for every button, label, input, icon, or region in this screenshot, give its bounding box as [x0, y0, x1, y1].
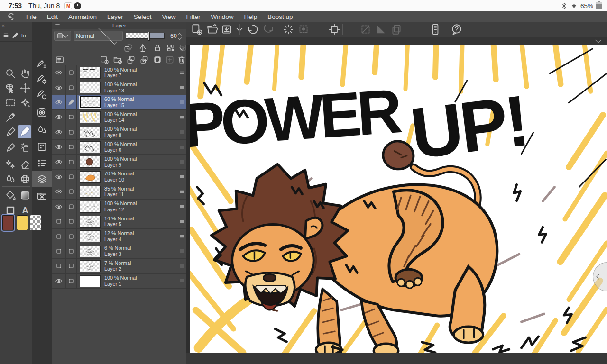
menu-filter[interactable]: Filter	[181, 11, 205, 22]
tool-gradient[interactable]	[18, 189, 32, 202]
layer-thumbnail[interactable]	[80, 216, 101, 228]
blend-mode-dropdown[interactable]: Normal	[74, 31, 123, 41]
layer-edit-target[interactable]	[66, 229, 77, 243]
layer-edit-target[interactable]	[66, 65, 77, 80]
layer-thumbnail[interactable]	[80, 127, 101, 138]
layer-visibility-toggle[interactable]	[52, 155, 66, 169]
new-layer-folder-icon[interactable]	[113, 55, 122, 64]
tool-palette-menu-icon[interactable]	[2, 32, 9, 39]
layer-visibility-toggle[interactable]	[52, 80, 66, 94]
palette-strip-tool-property[interactable]	[32, 71, 52, 87]
tab-tool[interactable]: To	[11, 29, 32, 42]
tool-fill-bucket[interactable]	[4, 189, 17, 202]
deselect-button[interactable]	[282, 23, 294, 36]
layer-visibility-toggle[interactable]	[52, 110, 66, 124]
layer-row-layer-5[interactable]: 14 % NormalLayer 5	[52, 214, 186, 229]
layer-row-menu[interactable]	[177, 140, 186, 154]
layer-visibility-toggle[interactable]	[52, 170, 66, 184]
save-file-button[interactable]	[221, 23, 233, 36]
layer-edit-target[interactable]	[66, 170, 77, 184]
tool-blend[interactable]	[4, 173, 17, 186]
palette-color-dropdown[interactable]	[54, 31, 71, 41]
layer-thumbnail[interactable]	[80, 141, 101, 153]
palette-strip-material[interactable]	[32, 188, 52, 204]
sub-color-swatch[interactable]	[17, 215, 28, 230]
layer-edit-target[interactable]	[66, 95, 77, 109]
layer-row-layer-4[interactable]: 12 % NormalLayer 4	[52, 229, 186, 244]
menu-layer[interactable]: Layer	[102, 11, 129, 22]
layer-visibility-toggle[interactable]	[52, 95, 66, 109]
tool-hand[interactable]	[18, 67, 32, 80]
layer-thumbnail[interactable]	[80, 260, 101, 272]
change-canvas-size-button[interactable]	[328, 23, 340, 36]
drawing-canvas[interactable]: POWER UP!	[190, 45, 607, 353]
layer-row-layer-9[interactable]: 100 % NormalLayer 9	[52, 155, 186, 169]
layer-row-layer-10[interactable]: 70 % NormalLayer 10	[52, 170, 186, 184]
layer-thumbnail[interactable]	[80, 96, 101, 108]
layer-row-layer-15[interactable]: 60 % NormalLayer 15	[52, 95, 186, 110]
tool-brush[interactable]	[4, 141, 17, 155]
menu-select[interactable]: Select	[129, 11, 157, 22]
undo-button[interactable]	[247, 23, 259, 36]
tool-auto-select[interactable]	[18, 96, 32, 109]
layer-visibility-toggle[interactable]	[52, 229, 66, 243]
menu-view[interactable]: View	[156, 11, 181, 22]
layer-visibility-toggle[interactable]	[52, 200, 66, 214]
layer-row-layer-6[interactable]: 100 % NormalLayer 6	[52, 140, 186, 155]
open-file-button[interactable]	[206, 23, 219, 36]
new-canvas-button[interactable]	[191, 23, 203, 36]
menu-file[interactable]: File	[21, 11, 42, 22]
layer-row-menu[interactable]	[177, 274, 186, 288]
layer-row-menu[interactable]	[177, 95, 186, 109]
layer-row-menu[interactable]	[177, 259, 186, 273]
layer-visibility-toggle[interactable]	[52, 214, 66, 228]
layer-visibility-toggle[interactable]	[52, 65, 66, 80]
tool-eyedropper[interactable]	[4, 111, 17, 124]
tool-eraser[interactable]	[18, 158, 32, 171]
lock-layer-icon[interactable]	[153, 43, 162, 53]
companion-device-button[interactable]	[429, 23, 441, 36]
layer-thumbnail[interactable]	[80, 230, 101, 242]
create-layer-mask-icon[interactable]	[153, 55, 162, 64]
layer-thumbnail[interactable]	[80, 67, 101, 79]
layer-edit-target[interactable]	[66, 244, 77, 258]
layer-edit-target[interactable]	[66, 200, 77, 214]
transparent-color-swatch[interactable]	[30, 215, 41, 230]
layer-row-menu[interactable]	[177, 229, 186, 243]
layer-thumbnail[interactable]	[80, 275, 101, 287]
palette-strip-color-mixing[interactable]	[32, 122, 52, 138]
menu-help[interactable]: Help	[239, 11, 262, 22]
tool-airbrush[interactable]	[18, 141, 32, 155]
layer-thumbnail[interactable]	[80, 186, 101, 198]
palette-strip-color-history[interactable]	[32, 155, 52, 171]
layer-edit-target[interactable]	[66, 214, 77, 228]
layer-row-menu[interactable]	[177, 244, 186, 258]
tool-pen-alt[interactable]	[18, 125, 31, 138]
layer-row-layer-12[interactable]: 100 % NormalLayer 12	[52, 200, 186, 214]
layer-row-layer-11[interactable]: 85 % NormalLayer 11	[52, 184, 186, 199]
layer-row-layer-2[interactable]: 7 % NormalLayer 2	[52, 259, 186, 273]
layer-row-layer-14[interactable]: 100 % NormalLayer 14	[52, 110, 186, 125]
layer-visibility-toggle[interactable]	[52, 184, 66, 199]
menu-window[interactable]: Window	[205, 11, 239, 22]
main-color-swatch[interactable]	[2, 215, 14, 230]
layer-row-menu[interactable]	[177, 184, 186, 199]
opacity-slider-handle[interactable]	[148, 32, 150, 41]
layer-thumbnail[interactable]	[80, 201, 101, 213]
tool-marquee[interactable]	[4, 96, 17, 109]
help-button[interactable]	[451, 23, 463, 36]
layer-row-layer-7[interactable]: 100 % NormalLayer 7	[52, 65, 186, 80]
layer-row-layer-3[interactable]: 6 % NormalLayer 3	[52, 244, 186, 259]
collapse-arrows-icon[interactable]: «	[2, 23, 5, 28]
opacity-slider[interactable]	[126, 33, 165, 39]
tool-decoration[interactable]	[4, 158, 17, 171]
layer-property-icon[interactable]	[55, 55, 64, 64]
menu-boost-up[interactable]: Boost up	[262, 11, 298, 22]
layer-edit-target[interactable]	[66, 274, 77, 288]
enable-mask-icon[interactable]	[138, 43, 147, 53]
layer-row-menu[interactable]	[177, 170, 186, 184]
layer-edit-target[interactable]	[66, 140, 77, 154]
delete-layer-icon[interactable]	[177, 55, 186, 64]
palette-strip-color-set[interactable]	[32, 138, 52, 155]
apply-mask-icon[interactable]	[165, 55, 175, 64]
